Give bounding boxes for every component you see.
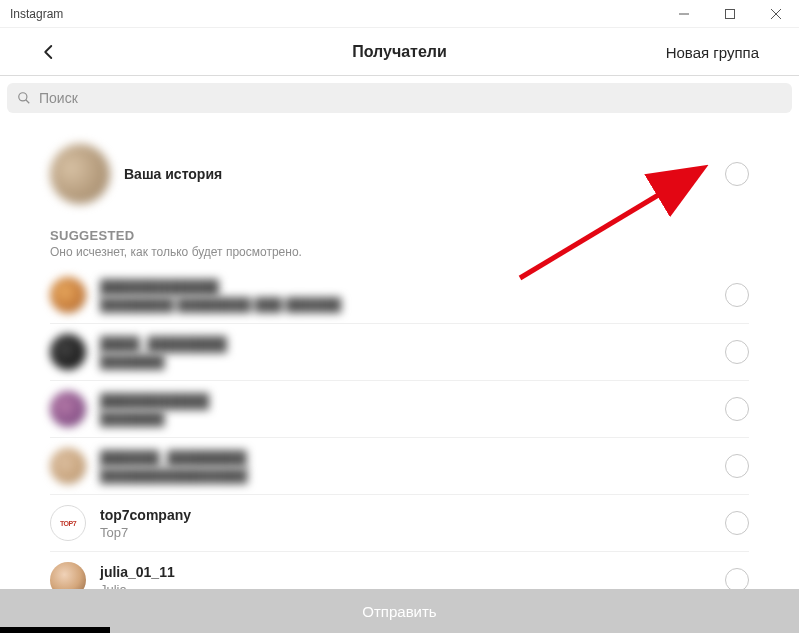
search-box[interactable] bbox=[7, 83, 792, 113]
list-item[interactable]: ██████_████████████████████████ bbox=[50, 438, 749, 495]
select-radio[interactable] bbox=[725, 454, 749, 478]
window-title: Instagram bbox=[10, 7, 63, 21]
list-item[interactable]: ██████████████████ bbox=[50, 381, 749, 438]
select-radio[interactable] bbox=[725, 162, 749, 186]
select-radio[interactable] bbox=[725, 340, 749, 364]
user-name: julia_01_11 bbox=[100, 564, 175, 580]
page-header: Получатели Новая группа bbox=[0, 28, 799, 76]
new-group-link[interactable]: Новая группа bbox=[666, 43, 759, 60]
list-item-text: top7companyTop7 bbox=[100, 507, 191, 540]
suggested-subtitle: Оно исчезнет, как только будет просмотре… bbox=[50, 245, 749, 259]
user-name: top7company bbox=[100, 507, 191, 523]
page-title: Получатели bbox=[352, 43, 447, 61]
list-item-text: ████████████████████ ████████ ███ ██████ bbox=[100, 279, 341, 312]
svg-line-5 bbox=[26, 100, 30, 104]
suggested-list: ████████████████████ ████████ ███ ██████… bbox=[50, 267, 749, 609]
list-item[interactable]: ████████████████████ ████████ ███ ██████ bbox=[50, 267, 749, 324]
user-sub: ███████ bbox=[100, 411, 209, 426]
your-story-row[interactable]: Ваша история bbox=[50, 120, 749, 224]
user-name: ████_████████ bbox=[100, 336, 227, 352]
search-input[interactable] bbox=[39, 90, 782, 106]
window-controls bbox=[661, 0, 799, 27]
back-button[interactable] bbox=[40, 43, 58, 61]
avatar: TOP7 bbox=[50, 505, 86, 541]
avatar bbox=[50, 277, 86, 313]
user-sub: ████████████████ bbox=[100, 468, 247, 483]
list-item-text: ██████████████████ bbox=[100, 393, 209, 426]
search-container bbox=[0, 76, 799, 120]
user-sub: ███████ bbox=[100, 354, 227, 369]
select-radio[interactable] bbox=[725, 283, 749, 307]
user-name: ████████████ bbox=[100, 279, 341, 295]
select-radio[interactable] bbox=[725, 397, 749, 421]
user-sub: ████████ ████████ ███ ██████ bbox=[100, 297, 341, 312]
avatar bbox=[50, 334, 86, 370]
select-radio[interactable] bbox=[725, 511, 749, 535]
your-story-label: Ваша история bbox=[124, 166, 222, 182]
send-label: Отправить bbox=[362, 603, 436, 620]
avatar bbox=[50, 144, 110, 204]
send-button[interactable]: Отправить bbox=[0, 589, 799, 633]
user-name: ███████████ bbox=[100, 393, 209, 409]
suggested-header: SUGGESTED Оно исчезнет, как только будет… bbox=[50, 228, 749, 259]
avatar bbox=[50, 448, 86, 484]
list-item-text: ████_███████████████ bbox=[100, 336, 227, 369]
avatar bbox=[50, 391, 86, 427]
maximize-button[interactable] bbox=[707, 0, 753, 27]
suggested-title: SUGGESTED bbox=[50, 228, 749, 243]
list-item-text: ██████_████████████████████████ bbox=[100, 450, 247, 483]
close-button[interactable] bbox=[753, 0, 799, 27]
window-titlebar: Instagram bbox=[0, 0, 799, 28]
user-sub: Top7 bbox=[100, 525, 191, 540]
minimize-button[interactable] bbox=[661, 0, 707, 27]
search-icon bbox=[17, 91, 31, 105]
list-item[interactable]: TOP7top7companyTop7 bbox=[50, 495, 749, 552]
svg-point-4 bbox=[19, 93, 27, 101]
user-name: ██████_████████ bbox=[100, 450, 247, 466]
svg-rect-1 bbox=[726, 9, 735, 18]
list-item[interactable]: ████_███████████████ bbox=[50, 324, 749, 381]
